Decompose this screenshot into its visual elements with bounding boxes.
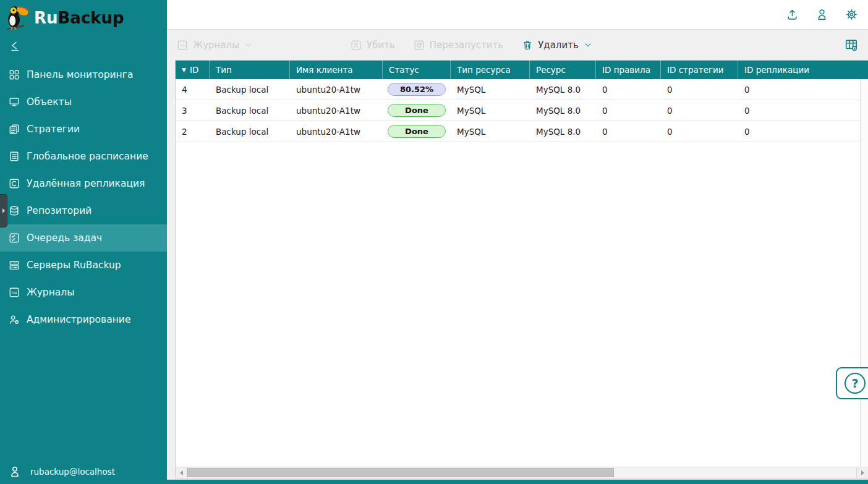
gear-icon (845, 8, 858, 21)
toolbar-button-delete[interactable]: Удалить (522, 40, 592, 51)
cell-id: 4 (176, 85, 210, 95)
cell-rule_id: 0 (596, 106, 661, 116)
cell-resource_type: MySQL (451, 127, 530, 137)
sidebar-item-servers[interactable]: Серверы RuBackup (0, 252, 167, 279)
column-header-rule_id[interactable]: ID правила (596, 61, 661, 79)
svg-text:log: log (180, 43, 185, 48)
brand-ru: Ru (34, 9, 58, 27)
sidebar-item-dashboard[interactable]: Панель мониторинга (0, 61, 167, 88)
column-header-label: ID (190, 65, 198, 75)
sidebar-item-label: Очередь задач (27, 232, 102, 244)
servers-icon (9, 260, 20, 271)
task-toolbar: logЖурналыУбитьПерезапуститьУдалить (167, 30, 868, 60)
cell-replication_id: 0 (738, 127, 857, 137)
column-header-resource_type[interactable]: Тип ресурса (451, 61, 530, 79)
logs-icon: log (177, 40, 188, 51)
restart-icon (414, 40, 425, 51)
column-header-replication_id[interactable]: ID репликации (738, 61, 868, 79)
replication-icon (9, 178, 20, 189)
column-header-resource[interactable]: Ресурс (530, 61, 596, 79)
toucan-logo-icon (5, 4, 30, 32)
column-header-id[interactable]: ▼ID (176, 61, 210, 79)
sort-desc-icon: ▼ (182, 67, 186, 73)
upload-icon (786, 8, 799, 21)
upload-button[interactable] (786, 8, 799, 21)
sidebar-item-repository[interactable]: Репозиторий (0, 197, 167, 224)
cell-rule_id: 0 (596, 127, 661, 137)
sidebar-item-task-queue[interactable]: Очередь задач (0, 224, 167, 252)
brand-backup: Backup (58, 9, 124, 27)
handle-arrow-icon (2, 208, 5, 213)
cell-type: Backup local (210, 85, 290, 95)
cell-status: 80.52% (383, 83, 451, 96)
toolbar-button-kill[interactable]: Убить (351, 40, 395, 51)
sidebar-item-label: Журналы (27, 287, 75, 298)
column-header-client[interactable]: Имя клиента (290, 61, 383, 79)
monitor-icon (9, 96, 20, 108)
sidebar-item-global-schedule[interactable]: Глобальное расписание (0, 143, 167, 170)
app-logo[interactable]: RuBackup (0, 0, 167, 33)
cell-replication_id: 0 (738, 106, 857, 116)
table-header-row: ▼IDТипИмя клиентаСтатусТип ресурсаРесурс… (176, 61, 868, 79)
cell-status: Done (383, 104, 451, 117)
cell-replication_id: 0 (738, 85, 857, 95)
svg-text:log: log (12, 291, 17, 295)
cell-strategy_id: 0 (661, 85, 738, 95)
brand-title: RuBackup (34, 10, 124, 26)
sidebar-item-objects[interactable]: Объекты (0, 88, 167, 116)
chevron-down-icon (244, 41, 253, 49)
column-header-label: Ресурс (536, 65, 566, 75)
collapse-sidebar-button[interactable] (9, 40, 21, 53)
status-badge: Done (388, 125, 446, 138)
column-header-strategy_id[interactable]: ID стратегии (661, 61, 738, 79)
toolbar-button-journals[interactable]: logЖурналы (177, 40, 253, 51)
cell-resource_type: MySQL (451, 85, 530, 95)
scroll-right-button[interactable] (856, 467, 868, 478)
table-row[interactable]: 3Backup localubuntu20-A1twDoneMySQLMySQL… (176, 100, 868, 121)
sidebar-item-administration[interactable]: Администрирование (0, 306, 167, 333)
cell-resource: MySQL 8.0 (530, 85, 596, 95)
cell-resource_type: MySQL (451, 106, 530, 116)
sidebar-item-remote-replication[interactable]: Удалённая репликация (0, 170, 167, 197)
column-header-label: ID репликации (744, 65, 809, 75)
kill-icon (351, 40, 362, 51)
column-header-status[interactable]: Статус (383, 61, 451, 79)
help-button[interactable]: ? (836, 367, 868, 399)
table-settings-button[interactable] (845, 38, 858, 52)
logs-icon: log (9, 287, 20, 298)
cell-client: ubuntu20-A1tw (290, 127, 383, 137)
sidebar-resize-handle[interactable] (0, 194, 7, 227)
scrollbar-track[interactable] (187, 467, 856, 478)
question-mark-icon: ? (845, 373, 866, 394)
scroll-left-button[interactable] (176, 467, 187, 478)
cell-type: Backup local (210, 127, 290, 137)
table-body: 4Backup localubuntu20-A1tw80.52%MySQLMyS… (176, 79, 868, 142)
column-header-type[interactable]: Тип (210, 61, 290, 79)
cell-resource: MySQL 8.0 (530, 106, 596, 116)
settings-button[interactable] (845, 8, 858, 21)
sidebar-item-journals[interactable]: logЖурналы (0, 279, 167, 306)
doc-lines-icon (9, 151, 20, 162)
toolbar-button-restart[interactable]: Перезапустить (414, 40, 503, 51)
toolbar-button-label: Убить (367, 40, 395, 51)
status-badge: 80.52% (388, 83, 446, 96)
sidebar-item-strategies[interactable]: Стратегии (0, 116, 167, 143)
table-row[interactable]: 2Backup localubuntu20-A1twDoneMySQLMySQL… (176, 121, 868, 142)
cell-client: ubuntu20-A1tw (290, 85, 383, 95)
sidebar: RuBackup Панель мониторингаОбъектыСтрате… (0, 0, 167, 484)
vertical-scrollbar[interactable] (860, 79, 868, 466)
sidebar-item-label: Удалённая репликация (27, 178, 145, 189)
column-header-label: ID стратегии (667, 65, 724, 75)
main-content: logЖурналыУбитьПерезапуститьУдалить ▼IDТ… (167, 30, 868, 484)
table-row[interactable]: 4Backup localubuntu20-A1tw80.52%MySQLMyS… (176, 79, 868, 100)
table-settings-icon (845, 38, 858, 52)
scrollbar-thumb[interactable] (187, 468, 614, 477)
status-badge: Done (388, 104, 446, 117)
sidebar-item-label: Администрирование (27, 314, 130, 325)
dashboard-icon (9, 69, 20, 80)
repository-icon (9, 205, 20, 216)
cell-rule_id: 0 (596, 85, 661, 95)
chevron-down-icon (584, 41, 592, 49)
user-button[interactable] (815, 8, 828, 21)
cell-id: 3 (176, 106, 210, 116)
